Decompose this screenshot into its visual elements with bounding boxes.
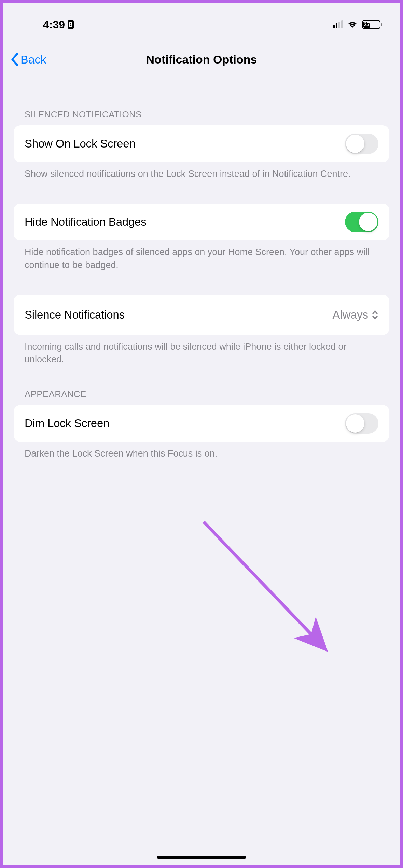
annotation-arrow xyxy=(201,518,341,662)
show-on-lock-screen-toggle[interactable] xyxy=(345,134,378,154)
silence-notifications-value: Always xyxy=(332,308,368,321)
svg-point-1 xyxy=(70,23,71,25)
cellular-signal-icon xyxy=(333,21,343,28)
nav-bar: Back Notification Options xyxy=(3,40,400,79)
silence-notifications-row[interactable]: Silence Notifications Always xyxy=(14,295,389,335)
page-title: Notification Options xyxy=(146,53,257,66)
silence-notifications-label: Silence Notifications xyxy=(25,308,125,321)
chevron-left-icon xyxy=(11,53,19,66)
svg-line-2 xyxy=(204,522,324,647)
home-indicator[interactable] xyxy=(157,856,246,859)
wifi-icon xyxy=(347,20,358,29)
dim-lock-screen-label: Dim Lock Screen xyxy=(25,417,109,430)
toggle-knob xyxy=(346,135,364,153)
status-right: 37 xyxy=(333,20,380,29)
show-on-lock-screen-label: Show On Lock Screen xyxy=(25,137,136,150)
status-time: 4:39 xyxy=(43,18,74,31)
section-header-appearance: APPEARANCE xyxy=(14,366,389,405)
silence-notifications-footer: Incoming calls and notifications will be… xyxy=(14,335,389,366)
hide-notification-badges-row[interactable]: Hide Notification Badges xyxy=(14,204,389,240)
hide-notification-badges-toggle[interactable] xyxy=(345,212,378,232)
toggle-knob xyxy=(359,213,377,231)
up-down-chevron-icon xyxy=(372,310,378,320)
silence-notifications-value-wrap: Always xyxy=(332,308,378,321)
dim-lock-screen-toggle[interactable] xyxy=(345,413,378,434)
id-card-icon xyxy=(68,20,74,29)
dim-lock-screen-row[interactable]: Dim Lock Screen xyxy=(14,405,389,442)
dim-lock-screen-footer: Darken the Lock Screen when this Focus i… xyxy=(14,442,389,460)
battery-icon: 37 xyxy=(362,20,380,29)
battery-level: 37 xyxy=(363,22,370,28)
toggle-knob xyxy=(346,414,364,433)
back-button[interactable]: Back xyxy=(11,53,46,66)
section-header-silenced: SILENCED NOTIFICATIONS xyxy=(14,79,389,125)
back-label: Back xyxy=(20,53,46,66)
hide-notification-badges-label: Hide Notification Badges xyxy=(25,215,147,228)
hide-notification-badges-footer: Hide notification badges of silenced app… xyxy=(14,240,389,271)
status-time-text: 4:39 xyxy=(43,18,65,31)
content: SILENCED NOTIFICATIONS Show On Lock Scre… xyxy=(3,79,400,460)
show-on-lock-screen-footer: Show silenced notifications on the Lock … xyxy=(14,162,389,180)
status-bar: 4:39 37 xyxy=(3,3,400,40)
screen: 4:39 37 Back Notification Opti xyxy=(3,3,400,865)
show-on-lock-screen-row[interactable]: Show On Lock Screen xyxy=(14,125,389,162)
